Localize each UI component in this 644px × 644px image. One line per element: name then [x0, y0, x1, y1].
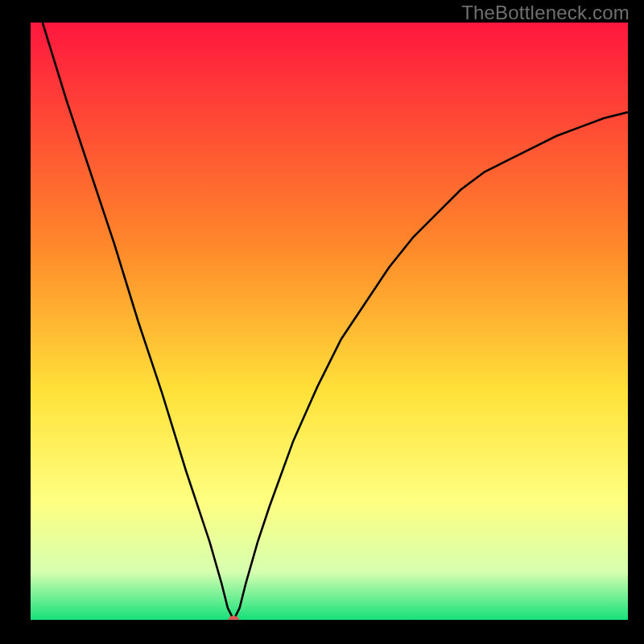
chart-frame: TheBottleneck.com: [0, 0, 644, 644]
watermark-text: TheBottleneck.com: [461, 2, 630, 24]
gradient-background: [31, 23, 628, 620]
bottleneck-chart: [31, 23, 628, 620]
